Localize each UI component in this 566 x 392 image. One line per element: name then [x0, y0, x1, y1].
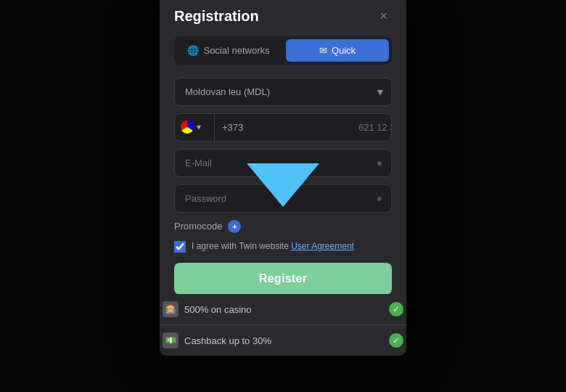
- list-item: 🎰 500% on casino ✓: [160, 294, 406, 325]
- bottom-promotions-bar: 🎰 500% on casino ✓ 💵 Cashback up to 30% …: [160, 294, 406, 356]
- modal-header: Registration ×: [174, 8, 392, 25]
- email-eye-icon: ●: [368, 150, 391, 176]
- password-field-group: ●: [174, 184, 392, 213]
- promocode-add-icon[interactable]: +: [228, 220, 241, 233]
- tab-bar: 🌐 Social networks ✉ Quick: [174, 36, 392, 65]
- email-wrapper: ●: [174, 149, 392, 177]
- email-input[interactable]: [175, 150, 368, 176]
- country-flag: [181, 121, 194, 134]
- cashback-check-icon: ✓: [389, 333, 403, 348]
- phone-field-group: ▾ ●: [174, 113, 392, 142]
- registration-modal: Registration × 🌐 Social networks ✉ Quick…: [160, 0, 406, 334]
- password-wrapper: ●: [174, 184, 392, 213]
- quick-icon: ✉: [319, 45, 327, 56]
- cashback-icon: 💵: [163, 332, 179, 348]
- list-item: 💵 Cashback up to 30% ✓: [160, 325, 406, 356]
- currency-field-group: Moldovan leu (MDL): [174, 78, 392, 106]
- tab-quick[interactable]: ✉ Quick: [286, 39, 389, 62]
- password-eye-icon: ●: [368, 185, 391, 212]
- currency-select[interactable]: Moldovan leu (MDL): [174, 78, 392, 106]
- email-field-group: ●: [174, 149, 392, 177]
- casino-icon: 🎰: [163, 301, 179, 317]
- user-agreement-link[interactable]: User Agreement: [291, 241, 354, 251]
- password-input[interactable]: [175, 185, 368, 212]
- phone-prefix[interactable]: [215, 114, 351, 141]
- modal-title: Registration: [174, 8, 259, 25]
- social-icon: 🌐: [187, 45, 199, 56]
- close-button[interactable]: ×: [375, 8, 392, 24]
- cashback-promo-text: Cashback up to 30%: [184, 335, 271, 346]
- tab-social[interactable]: 🌐 Social networks: [177, 39, 280, 62]
- country-selector[interactable]: ▾: [175, 114, 215, 141]
- phone-wrapper: ▾ ●: [174, 113, 392, 142]
- casino-promo-text: 500% on casino: [184, 304, 252, 315]
- casino-check-icon: ✓: [389, 302, 403, 317]
- register-button[interactable]: Register: [174, 263, 392, 295]
- tab-quick-label: Quick: [332, 45, 356, 56]
- modal-overlay: Registration × 🌐 Social networks ✉ Quick…: [0, 0, 566, 392]
- agreement-row: I agree with Twin website User Agreement: [174, 240, 392, 253]
- promocode-row: Promocode +: [174, 220, 392, 233]
- phone-number-input[interactable]: [351, 114, 392, 141]
- tab-social-label: Social networks: [203, 45, 269, 56]
- agreement-checkbox[interactable]: [174, 241, 186, 253]
- chevron-down-icon: ▾: [197, 122, 201, 132]
- agreement-text: I agree with Twin website User Agreement: [192, 240, 354, 253]
- promocode-label: Promocode: [174, 221, 222, 232]
